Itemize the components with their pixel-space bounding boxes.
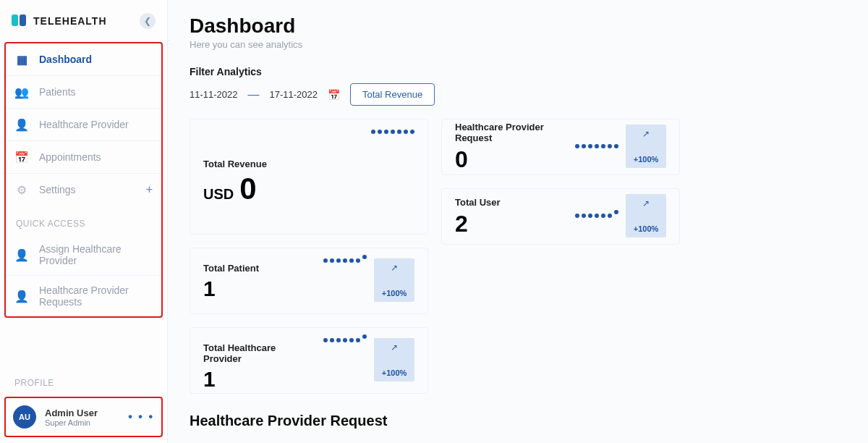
date-from[interactable]: 11-11-2022 — [190, 89, 238, 100]
assign-icon: 👤 — [14, 248, 29, 262]
card-label: Healthcare Provider Request — [455, 122, 575, 143]
sidebar-item-label: Healthcare Provider Requests — [39, 284, 153, 308]
avatar: AU — [13, 405, 36, 429]
filter-row: Filter Analytics 11-11-2022 — 17-11-2022… — [190, 66, 846, 106]
hcp-value: 1 — [203, 368, 316, 390]
sparkline-icon — [575, 144, 618, 148]
sidebar-item-assign-provider[interactable]: 👤 Assign Healthcare Provider — [6, 235, 161, 276]
sidebar-item-dashboard[interactable]: ▦ Dashboard — [6, 43, 161, 76]
calendar-icon: 📅 — [14, 150, 29, 164]
trend-badge: ↗ +100% — [626, 125, 666, 168]
sparkline-icon — [575, 214, 618, 218]
profile-menu-button[interactable]: • • • — [128, 410, 154, 423]
profile-card[interactable]: AU Admin User Super Admin • • • — [4, 397, 163, 437]
profile-text: Admin User Super Admin — [45, 408, 98, 427]
sidebar-item-label: Healthcare Provider — [39, 119, 129, 130]
main-content: Dashboard Here you can see analytics Fil… — [168, 0, 868, 443]
sidebar-item-patients[interactable]: 👥 Patients — [6, 76, 161, 109]
card-label: Total User — [455, 197, 575, 208]
trend-up-icon: ↗ — [391, 263, 398, 273]
collapse-sidebar-button[interactable]: ❮ — [140, 13, 156, 29]
logo-icon — [12, 14, 27, 28]
requests-icon: 👤 — [14, 289, 29, 303]
trend-value: +100% — [634, 155, 659, 164]
sidebar-item-provider-requests[interactable]: 👤 Healthcare Provider Requests — [6, 276, 161, 316]
add-settings-icon[interactable]: + — [146, 183, 153, 196]
card-total-hcp: Total Healthcare Provider 1 ↗ +100% — [190, 327, 428, 394]
sidebar-item-label: Patients — [39, 86, 76, 98]
sparkline-icon — [323, 338, 367, 342]
sparkline-icon — [323, 258, 367, 263]
dashboard-icon: ▦ — [14, 52, 29, 67]
trend-up-icon: ↗ — [391, 342, 398, 353]
patients-icon: 👥 — [14, 85, 29, 99]
trend-value: +100% — [382, 289, 407, 298]
profile-role: Super Admin — [45, 418, 98, 427]
sidebar-item-label: Settings — [39, 184, 76, 195]
profile-label: PROFILE — [4, 365, 163, 394]
sparkline-icon — [371, 130, 414, 134]
nav-highlight-box: ▦ Dashboard 👥 Patients 👤 Healthcare Prov… — [4, 42, 163, 318]
profile-name: Admin User — [45, 408, 98, 418]
provider-icon: 👤 — [14, 117, 29, 132]
page-title: Dashboard — [190, 14, 846, 38]
card-label: Total Revenue — [203, 159, 414, 169]
quick-access-nav: 👤 Assign Healthcare Provider 👤 Healthcar… — [6, 235, 161, 316]
filter-label: Filter Analytics — [190, 66, 846, 77]
quick-access-label: QUICK ACCESS — [6, 206, 161, 235]
sidebar-item-appointments[interactable]: 📅 Appointments — [6, 141, 161, 174]
trend-badge: ↗ +100% — [626, 194, 666, 237]
trend-badge: ↗ +100% — [374, 338, 414, 381]
brand-name: TELEHEALTH — [33, 15, 107, 27]
revenue-value: 0 — [239, 174, 255, 204]
hcp-request-value: 0 — [455, 148, 575, 171]
user-value: 2 — [455, 212, 575, 235]
sidebar-item-label: Dashboard — [39, 54, 92, 65]
total-revenue-filter-button[interactable]: Total Revenue — [350, 83, 435, 106]
filter-controls: 11-11-2022 — 17-11-2022 📅 Total Revenue — [190, 83, 846, 106]
date-separator: — — [248, 88, 260, 101]
currency-unit: USD — [203, 186, 234, 203]
patient-value: 1 — [203, 278, 316, 300]
card-label: Total Healthcare Provider — [203, 342, 316, 364]
primary-nav: ▦ Dashboard 👥 Patients 👤 Healthcare Prov… — [6, 43, 161, 206]
logo-row: TELEHEALTH ❮ — [0, 9, 167, 42]
sidebar-item-settings[interactable]: ⚙ Settings + — [6, 174, 161, 206]
trend-up-icon: ↗ — [642, 129, 650, 139]
card-label: Total Patient — [203, 263, 316, 274]
chevron-left-icon: ❮ — [144, 16, 151, 26]
trend-badge: ↗ +100% — [374, 258, 414, 302]
date-to[interactable]: 17-11-2022 — [270, 89, 318, 100]
sidebar: TELEHEALTH ❮ ▦ Dashboard 👥 Patients 👤 He… — [0, 0, 168, 443]
trend-value: +100% — [382, 368, 407, 377]
sidebar-item-label: Appointments — [39, 151, 101, 163]
cards-row: Total Revenue USD 0 Total Patient 1 ↗ +1… — [190, 119, 846, 394]
page-subtitle: Here you can see analytics — [190, 39, 846, 50]
sidebar-item-label: Assign Healthcare Provider — [39, 243, 153, 266]
trend-up-icon: ↗ — [642, 198, 650, 208]
card-total-patient: Total Patient 1 ↗ +100% — [190, 248, 428, 314]
trend-value: +100% — [634, 224, 659, 233]
sidebar-item-provider[interactable]: 👤 Healthcare Provider — [6, 109, 161, 141]
gear-icon: ⚙ — [14, 182, 29, 197]
calendar-picker-icon[interactable]: 📅 — [328, 89, 340, 101]
card-total-user: Total User 2 ↗ +100% — [441, 188, 680, 245]
card-total-revenue: Total Revenue USD 0 — [190, 119, 428, 235]
hcp-request-section-title: Healthcare Provider Request — [190, 413, 846, 429]
card-hcp-request: Healthcare Provider Request 0 ↗ +100% — [441, 119, 680, 175]
